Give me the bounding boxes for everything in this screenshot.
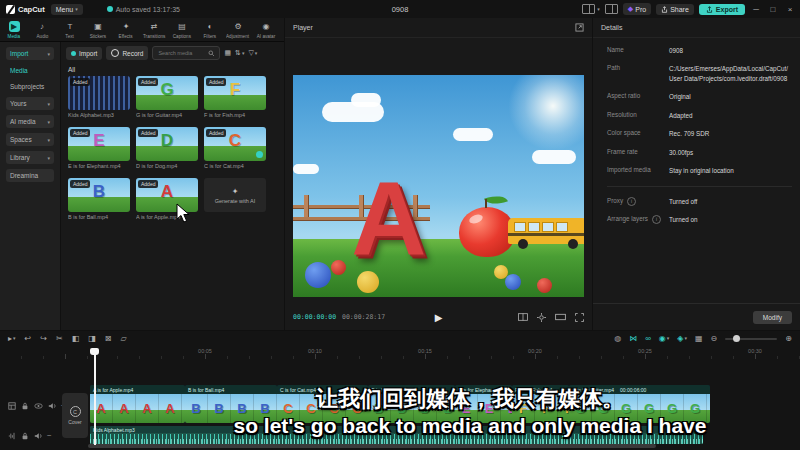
info-icon: i [652, 215, 661, 224]
media-item-d-dog[interactable]: AddedD D is for Dog.mp4 [136, 127, 200, 178]
close-button[interactable]: × [784, 5, 796, 14]
timeline-clip-g[interactable]: G is for Guitar.mp400:00:06:00 GGGGGGG [569, 385, 710, 423]
filter-all-label[interactable]: All [68, 66, 75, 73]
pro-button[interactable]: ◆ Pro [623, 3, 651, 15]
tab-ai-avatar[interactable]: ◉AI avatar [252, 21, 280, 39]
mute-track-icon[interactable] [34, 432, 42, 440]
mirror-preview-icon[interactable] [518, 313, 528, 321]
cover-button[interactable]: C Cover [62, 393, 88, 438]
sun [508, 75, 584, 151]
import-button[interactable]: Import [66, 47, 102, 60]
added-badge: Added [70, 78, 90, 86]
redo-icon[interactable]: ↪ [40, 335, 47, 343]
tab-text[interactable]: TText [56, 21, 84, 39]
undo-icon[interactable]: ↩ [25, 335, 32, 343]
playhead-handle[interactable] [90, 348, 99, 355]
minimize-button[interactable]: ─ [750, 5, 762, 14]
link-icon[interactable]: ∞ [645, 335, 651, 343]
sidebar-item-ai-media[interactable]: AI media▾ [6, 115, 54, 128]
detail-row-arrange-layers: Arrange layersi Turned on [607, 215, 792, 224]
lock-icon[interactable] [21, 432, 29, 440]
timeline-clip-b[interactable]: B is for Ball.mp4 BBBBB [185, 385, 277, 423]
search-box[interactable] [152, 46, 220, 60]
sort-icon[interactable]: ⇅▾ [235, 49, 244, 57]
tab-media[interactable]: ▶Media [0, 21, 28, 39]
render-icon[interactable]: ◈▾ [677, 335, 687, 343]
sidebar-item-import[interactable]: Import▾ [6, 47, 54, 60]
mirror-icon[interactable]: ▱ [120, 335, 126, 343]
timeline-clip-d[interactable]: D is for Dog.mp4 DDDD [368, 385, 455, 423]
collapse-track-icon[interactable]: − [47, 431, 52, 440]
ai-avatar-icon: ◉ [261, 21, 272, 32]
media-item-c-cat[interactable]: AddedC C is for Cat.mp4 [204, 127, 268, 178]
playhead[interactable] [94, 348, 96, 445]
share-button[interactable]: Share [656, 4, 694, 15]
media-item-e-elephant[interactable]: AddedE E is for Elephant.mp4 [68, 127, 132, 178]
split-icon[interactable]: ✂ [56, 335, 63, 343]
scrollbar-handle[interactable] [88, 444, 656, 448]
tab-effects[interactable]: ✦Effects [112, 21, 140, 39]
select-tool-button[interactable]: ▸▾ [8, 335, 16, 343]
tab-captions[interactable]: ▤Captions [168, 21, 196, 39]
audio-preview-icon[interactable]: ◉▾ [659, 335, 670, 343]
delete-icon[interactable]: ⊠ [105, 335, 112, 343]
maximize-button[interactable]: □ [767, 5, 779, 14]
media-sidebar: Import▾ Media Subprojects Yours▾ AI medi… [0, 42, 60, 330]
sidebar-item-media[interactable]: Media [6, 65, 54, 76]
lock-icon[interactable] [21, 402, 29, 410]
grid-view-icon[interactable]: ▦ [224, 49, 231, 57]
hide-track-icon[interactable] [34, 402, 43, 410]
voiceover-icon[interactable]: ◍ [614, 335, 621, 343]
sidebar-item-spaces[interactable]: Spaces▾ [6, 133, 54, 146]
record-button[interactable]: Record [106, 46, 148, 60]
timeline-clip-a[interactable]: A is for Apple.mp4 AAAAA [90, 385, 185, 423]
tab-adjustment[interactable]: ⚙Adjustment [224, 21, 252, 39]
chevron-down-icon: ▾ [47, 51, 50, 57]
timeline-clip-e[interactable]: E is for Elephant.mp4 EEE [455, 385, 512, 423]
ratio-icon[interactable] [555, 313, 566, 321]
fullscreen-icon[interactable] [575, 313, 584, 322]
captions-icon: ▤ [177, 21, 188, 32]
timeline-ruler[interactable]: 00:05 00:10 00:15 00:20 00:25 00:30 [0, 346, 800, 359]
tab-transitions[interactable]: ⇄Transitions [140, 21, 168, 39]
filter-icon[interactable]: ▽▾ [248, 49, 257, 57]
timeline-zoom-slider[interactable] [725, 338, 777, 340]
waveform-icon[interactable] [8, 432, 16, 440]
focus-icon[interactable] [537, 313, 546, 322]
video-preview[interactable]: A [293, 75, 584, 297]
tab-audio[interactable]: ♪Audio [28, 21, 56, 39]
sidebar-item-library[interactable]: Library▾ [6, 151, 54, 164]
export-button[interactable]: Export [699, 4, 745, 15]
zoom-out-icon[interactable]: ⊖ [711, 335, 718, 343]
detach-player-icon[interactable] [575, 23, 584, 32]
track-order-icon[interactable] [8, 402, 16, 410]
tab-filters[interactable]: ◐Filters [196, 21, 224, 39]
sidebar-item-subprojects[interactable]: Subprojects [6, 81, 54, 92]
media-item-g-guitar[interactable]: AddedG G is for Guitar.mp4 [136, 76, 200, 127]
trim-left-icon[interactable]: ◧ [72, 335, 80, 343]
timeline-clip-c[interactable]: C is for Cat.mp4 CCCCC [277, 385, 368, 423]
timeline-panel: ▸▾ ↩ ↪ ✂ ◧ ◨ ⊠ ▱ ◍ ⋈ ∞ ◉▾ ◈▾ ▦ ⊖ ⊕ 00:05… [0, 331, 800, 450]
mute-track-icon[interactable] [48, 402, 56, 410]
trim-right-icon[interactable]: ◨ [88, 335, 96, 343]
zoom-slider-handle[interactable] [733, 335, 740, 342]
sidebar-item-yours[interactable]: Yours▾ [6, 97, 54, 110]
media-item-b-ball[interactable]: AddedB B is for Ball.mp4 [68, 178, 132, 229]
preview-quality-icon[interactable]: ▦ [695, 335, 703, 343]
timeline-audio-clip[interactable]: Kids Alphabet.mp3 [90, 426, 703, 444]
panel-layout-button[interactable] [605, 4, 618, 14]
menu-button[interactable]: Menu▾ [51, 4, 83, 15]
generate-with-ai-card[interactable]: ✦Generate with AI [204, 178, 268, 229]
modify-button[interactable]: Modify [753, 311, 792, 324]
zoom-in-icon[interactable]: ⊕ [785, 335, 792, 343]
search-input[interactable] [156, 49, 206, 57]
ball-blue [305, 262, 331, 288]
media-item-kids-alphabet[interactable]: Added Kids Alphabet.mp3 [68, 76, 132, 127]
media-item-f-fish[interactable]: AddedF F is for Fish.mp4 [204, 76, 268, 127]
snap-icon[interactable]: ⋈ [629, 335, 637, 343]
tab-stickers[interactable]: ▣Stickers [84, 21, 112, 39]
sidebar-item-dreamina[interactable]: Dreamina [6, 169, 54, 182]
layout-toggle-button[interactable]: ▾ [582, 4, 600, 14]
timeline-clip-f[interactable]: F is for Fish.mp4 FFF [512, 385, 569, 423]
horizontal-scrollbar[interactable] [0, 444, 800, 448]
